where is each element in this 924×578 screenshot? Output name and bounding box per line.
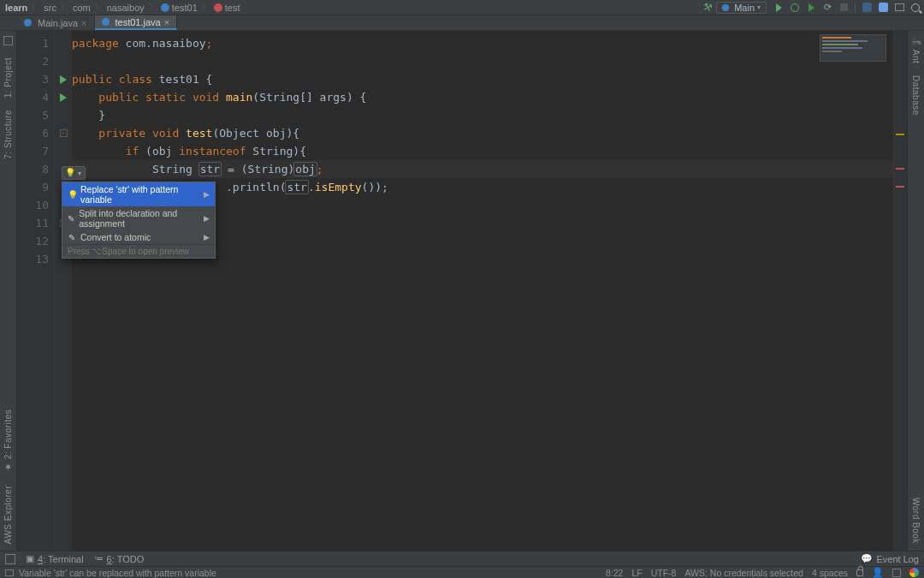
project-icon[interactable] — [3, 36, 13, 45]
intention-popup: 💡 Replace 'str' with pattern variable ▶ … — [62, 182, 216, 259]
bulb-icon: 💡 — [68, 190, 76, 200]
editor-tabs: Main.java × test01.java × — [0, 15, 924, 31]
class-icon — [161, 3, 169, 12]
error-marker[interactable] — [896, 186, 904, 188]
intention-item-replace-pattern[interactable]: 💡 Replace 'str' with pattern variable ▶ — [62, 182, 215, 206]
edit-icon: ✎ — [68, 233, 76, 242]
run-config-selector[interactable]: Main ▾ — [716, 2, 767, 14]
gutter-numbers: 12 34 56 78 910 1112 13 — [17, 31, 55, 551]
favorites-tool-button[interactable]: ★ 2: Favorites — [3, 409, 13, 472]
close-icon[interactable]: × — [81, 18, 86, 28]
ant-tool-button[interactable]: 🐜 Ant — [911, 36, 921, 63]
code-content[interactable]: package com.nasaiboy; public class test0… — [72, 31, 893, 551]
crumb[interactable]: com — [71, 3, 92, 13]
vcs-icon[interactable] — [862, 3, 872, 13]
fold-icon[interactable]: - — [60, 129, 68, 137]
search-icon[interactable] — [910, 3, 921, 13]
gutter-icons: - - — [55, 31, 72, 551]
method-icon — [214, 3, 222, 12]
profile-button[interactable]: ⟳ — [822, 3, 832, 13]
left-tool-strip: 1: Project 7: Structure ★ 2: Favorites A… — [0, 31, 17, 551]
error-stripe[interactable] — [893, 31, 907, 551]
error-marker[interactable] — [896, 168, 904, 170]
misc-icon[interactable] — [892, 569, 901, 577]
intention-label: Split into declaration and assignment — [79, 208, 199, 229]
navbar: learn 〉 src 〉 com 〉 nasaiboy 〉 test01 〉 … — [0, 0, 924, 15]
chevron-icon: 〉 — [201, 1, 210, 14]
edit-icon: ✎ — [68, 214, 74, 223]
coverage-button[interactable] — [806, 3, 816, 13]
event-log-icon: 💬 — [861, 553, 873, 564]
line-ending[interactable]: LF — [631, 568, 642, 578]
submenu-caret-icon: ▶ — [204, 233, 210, 241]
run-config-label: Main — [734, 3, 755, 13]
breadcrumb[interactable]: learn 〉 src 〉 com 〉 nasaiboy 〉 test01 〉 … — [3, 1, 242, 14]
crumb[interactable]: src — [42, 3, 58, 13]
bottom-panel-icon[interactable] — [5, 554, 15, 564]
code-editor[interactable]: 12 34 56 78 910 1112 13 - - — [17, 31, 907, 551]
intention-label: Replace 'str' with pattern variable — [80, 184, 199, 205]
submenu-caret-icon: ▶ — [204, 190, 210, 199]
database-tool-button[interactable]: Database — [911, 75, 921, 116]
structure-tool-button[interactable]: 7: Structure — [3, 110, 13, 159]
google-icon[interactable] — [909, 568, 919, 577]
intention-item-split[interactable]: ✎ Split into declaration and assignment … — [62, 206, 215, 230]
indent-config[interactable]: 4 spaces — [812, 568, 848, 578]
caret-position[interactable]: 8:22 — [606, 568, 623, 578]
debug-button[interactable] — [790, 3, 800, 13]
intention-item-atomic[interactable]: ✎ Convert to atomic ▶ — [62, 230, 215, 244]
status-bar: Variable 'str' can be replaced with patt… — [0, 566, 924, 578]
dropdown-caret-icon: ▾ — [78, 170, 81, 177]
aws-status[interactable]: AWS: No credentials selected — [684, 568, 803, 578]
dropdown-caret-icon: ▾ — [757, 3, 761, 11]
chevron-icon: 〉 — [148, 1, 157, 14]
run-config-icon — [722, 4, 729, 11]
bulb-icon: 💡 — [65, 169, 75, 177]
intention-bulb[interactable]: 💡 ▾ — [62, 166, 86, 180]
chevron-icon: 〉 — [94, 1, 104, 14]
crumb[interactable]: nasaiboy — [105, 3, 146, 13]
stop-button[interactable] — [838, 3, 849, 13]
close-icon[interactable]: × — [164, 17, 169, 27]
crumb-class[interactable]: test01 — [159, 3, 199, 13]
aws-tool-button[interactable]: AWS Explorer — [3, 486, 13, 544]
bottom-toolbar: ▣ 4: Terminal ≔ 6: TODO 💬 Event Log — [0, 551, 924, 566]
lock-icon[interactable] — [856, 569, 863, 576]
warning-marker[interactable] — [896, 134, 904, 135]
chevron-icon: 〉 — [31, 1, 40, 14]
class-icon — [102, 18, 110, 26]
crumb-project[interactable]: learn — [3, 3, 29, 13]
update-icon[interactable] — [878, 3, 888, 13]
panel-icon[interactable] — [894, 3, 904, 13]
class-icon — [24, 19, 32, 27]
encoding[interactable]: UTF-8 — [651, 568, 677, 578]
run-gutter-icon[interactable] — [60, 75, 67, 84]
chevron-icon: 〉 — [60, 1, 69, 14]
intention-hint: Press ⌥Space to open preview — [62, 244, 215, 258]
submenu-caret-icon: ▶ — [204, 214, 210, 223]
tab-main-java[interactable]: Main.java × — [17, 15, 95, 30]
terminal-tool-button[interactable]: ▣ 4: Terminal — [26, 553, 84, 564]
crumb-method[interactable]: test — [212, 3, 242, 13]
project-tool-button[interactable]: 1: Project — [3, 57, 13, 98]
separator — [855, 3, 856, 13]
status-panel-icon[interactable] — [5, 569, 14, 576]
tab-label: test01.java — [116, 17, 161, 27]
right-tool-strip: 🐜 Ant Database Word Book — [907, 31, 924, 551]
tab-test01-java[interactable]: test01.java × — [95, 15, 178, 30]
wordbook-tool-button[interactable]: Word Book — [911, 498, 921, 544]
code-minimap[interactable] — [820, 34, 886, 62]
memory-indicator-icon[interactable]: 👤 — [872, 567, 884, 578]
run-gutter-icon[interactable] — [60, 93, 67, 102]
tab-label: Main.java — [38, 18, 78, 28]
status-message: Variable 'str' can be replaced with patt… — [19, 568, 216, 578]
event-log-button[interactable]: 💬 Event Log — [861, 553, 919, 564]
build-button[interactable]: ⚒ — [702, 3, 713, 13]
run-button[interactable] — [773, 3, 784, 13]
todo-tool-button[interactable]: ≔ 6: TODO — [94, 553, 145, 564]
intention-label: Convert to atomic — [80, 232, 151, 242]
